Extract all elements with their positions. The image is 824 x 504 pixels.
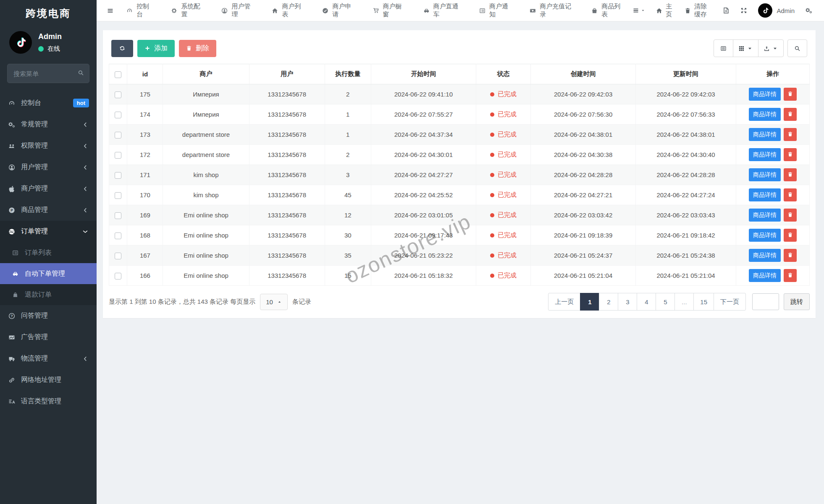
topnav-item[interactable]: 商户直通车 <box>414 3 470 18</box>
page-size-select[interactable]: 10 <box>260 294 288 310</box>
sidebar-item[interactable]: 用户管理 <box>0 157 97 178</box>
add-button[interactable]: 添加 <box>137 40 175 57</box>
product-detail-button[interactable]: 商品详情 <box>749 88 781 101</box>
product-detail-button[interactable]: 商品详情 <box>749 108 781 121</box>
fullscreen-icon[interactable] <box>740 7 747 14</box>
product-detail-button[interactable]: 商品详情 <box>749 249 781 262</box>
hamburger-icon[interactable] <box>103 7 117 14</box>
sidebar-menu: 控制台hot常规管理权限管理用户管理商户管理P商品管理订单管理订单列表自动下单管… <box>0 92 97 412</box>
sidebar-item[interactable]: 权限管理 <box>0 135 97 157</box>
sidebar-item[interactable]: 常规管理 <box>0 114 97 135</box>
row-delete-button[interactable] <box>784 229 797 242</box>
row-checkbox[interactable] <box>115 152 121 159</box>
caret-up-icon <box>277 300 282 304</box>
row-delete-button[interactable] <box>784 209 797 222</box>
topnav-user[interactable]: Admin <box>758 3 795 18</box>
card-view-button[interactable] <box>714 39 733 57</box>
column-header[interactable]: id <box>127 64 163 84</box>
sidebar-item-label: 语言类型管理 <box>21 397 89 406</box>
product-detail-button[interactable]: 商品详情 <box>749 188 781 201</box>
row-delete-button[interactable] <box>784 88 797 101</box>
topnav-item[interactable]: 控制台 <box>117 3 162 18</box>
column-header[interactable]: 更新时间 <box>636 64 736 84</box>
sidebar-item[interactable]: 物流管理 <box>0 348 97 369</box>
product-detail-button[interactable]: 商品详情 <box>749 148 781 161</box>
select-all-checkbox[interactable] <box>115 71 121 78</box>
row-delete-button[interactable] <box>784 108 797 121</box>
sidebar-item[interactable]: 网络地址管理 <box>0 369 97 391</box>
row-checkbox[interactable] <box>115 253 121 259</box>
product-detail-button[interactable]: 商品详情 <box>749 269 781 282</box>
page-button[interactable]: 5 <box>656 293 675 311</box>
column-header[interactable]: 操作 <box>736 64 809 84</box>
jump-page-input[interactable] <box>752 293 779 310</box>
refresh-button[interactable] <box>111 40 133 57</box>
column-header[interactable]: 商户 <box>163 64 249 84</box>
next-page-button[interactable]: 下一页 <box>714 293 746 311</box>
topnav-item[interactable]: 系统配置 <box>162 3 212 18</box>
sidebar-item[interactable]: 语言类型管理 <box>0 391 97 412</box>
export-button[interactable] <box>758 39 784 57</box>
row-checkbox[interactable] <box>115 132 121 138</box>
product-detail-button[interactable]: 商品详情 <box>749 168 781 181</box>
page-button[interactable]: ... <box>674 293 694 311</box>
product-detail-button[interactable]: 商品详情 <box>749 229 781 242</box>
row-checkbox[interactable] <box>115 192 121 199</box>
column-header[interactable]: 开始时间 <box>371 64 476 84</box>
home-link[interactable]: 主页 <box>656 3 674 18</box>
page-button[interactable]: 3 <box>618 293 637 311</box>
sidebar-subitem[interactable]: 自动下单管理 <box>0 263 97 284</box>
status-cell: 已完成 <box>476 225 530 245</box>
menu-list-dropdown[interactable] <box>632 7 645 14</box>
topnav-item[interactable]: 商户列表 <box>262 3 313 18</box>
delete-button[interactable]: 删除 <box>179 40 216 57</box>
chevron-left-icon <box>81 355 89 362</box>
sidebar-item[interactable]: 控制台hot <box>0 92 97 114</box>
row-checkbox[interactable] <box>115 91 121 98</box>
ball-icon <box>8 228 16 235</box>
topnav-item[interactable]: 用户管理 <box>212 3 262 18</box>
sidebar-item[interactable]: P商品管理 <box>0 199 97 221</box>
row-delete-button[interactable] <box>784 168 797 181</box>
row-checkbox[interactable] <box>115 273 121 279</box>
column-header[interactable]: 用户 <box>249 64 325 84</box>
column-header[interactable]: 状态 <box>476 64 530 84</box>
product-detail-button[interactable]: 商品详情 <box>749 128 781 141</box>
topnav-item[interactable]: 商户通知 <box>470 3 520 18</box>
row-checkbox[interactable] <box>115 172 121 179</box>
page-button[interactable]: 1 <box>580 293 599 311</box>
menu-search-input[interactable] <box>7 64 89 83</box>
sidebar-subitem[interactable]: 订单列表 <box>0 242 97 263</box>
prev-page-button[interactable]: 上一页 <box>548 293 580 311</box>
settings-gears-icon[interactable] <box>806 7 812 14</box>
column-header[interactable]: 创建时间 <box>531 64 636 84</box>
columns-toggle-button[interactable] <box>733 39 758 57</box>
row-checkbox[interactable] <box>115 232 121 239</box>
row-checkbox[interactable] <box>115 112 121 118</box>
row-delete-button[interactable] <box>784 128 797 141</box>
row-delete-button[interactable] <box>784 249 797 262</box>
sidebar-subitem[interactable]: 退款订单 <box>0 284 97 305</box>
topnav-item[interactable]: 商户橱窗 <box>364 3 414 18</box>
sidebar-item[interactable]: ?问答管理 <box>0 305 97 326</box>
avatar[interactable] <box>9 31 32 54</box>
topnav-item[interactable]: 商品列表 <box>582 3 632 18</box>
column-header[interactable]: 执行数量 <box>325 64 371 84</box>
row-checkbox[interactable] <box>115 212 121 219</box>
row-delete-button[interactable] <box>784 188 797 201</box>
sidebar-item[interactable]: 订单管理 <box>0 221 97 242</box>
clear-cache-link[interactable]: 清除缓存 <box>685 3 712 18</box>
topnav-item[interactable]: 商户申请 <box>313 3 363 18</box>
page-button[interactable]: 15 <box>693 293 714 311</box>
row-delete-button[interactable] <box>784 269 797 282</box>
page-button[interactable]: 4 <box>637 293 656 311</box>
topnav-item[interactable]: 商户充值记录 <box>520 3 582 18</box>
row-delete-button[interactable] <box>784 148 797 161</box>
product-detail-button[interactable]: 商品详情 <box>749 209 781 222</box>
sidebar-item[interactable]: 广告管理 <box>0 326 97 348</box>
sidebar-item[interactable]: 商户管理 <box>0 178 97 199</box>
page-button[interactable]: 2 <box>599 293 618 311</box>
translate-icon[interactable] <box>723 7 730 14</box>
table-search-button[interactable] <box>787 39 807 57</box>
jump-button[interactable]: 跳转 <box>784 293 810 310</box>
